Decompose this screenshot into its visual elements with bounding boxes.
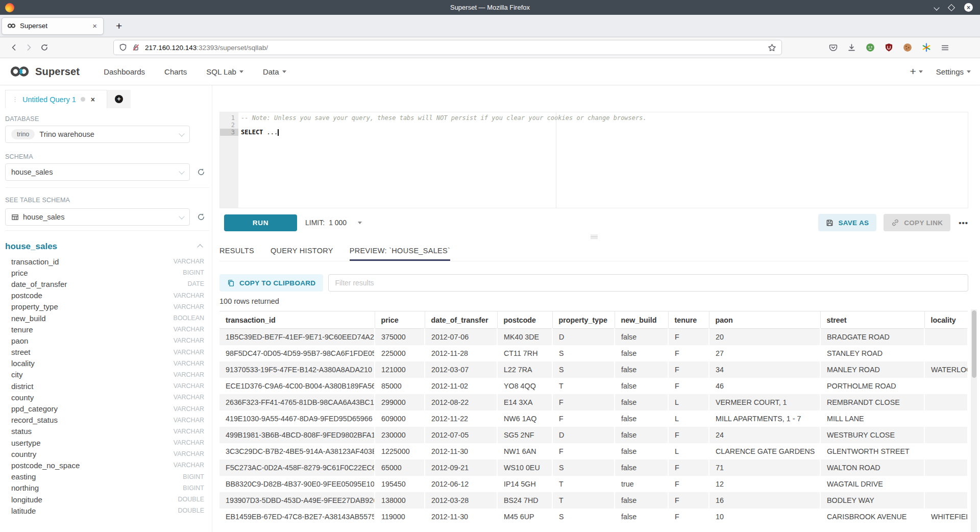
table-cell [924,427,968,443]
nav-item-charts[interactable]: Charts [164,67,187,76]
cookie-icon[interactable] [903,43,912,52]
drag-grip-icon[interactable]: ⋮ [12,95,18,103]
table-cell: F5C273AC-0D2A-458F-8279-9C61F0C22EC6 [219,460,375,476]
column-header-new_build[interactable]: new_build [615,311,668,329]
nav-item-data[interactable]: Data [263,67,286,76]
window-maximize-icon[interactable] [949,3,954,12]
print-margin-line [556,112,556,208]
column-header-tenure[interactable]: tenure [668,311,709,329]
browser-tab-title: Superset [20,22,91,30]
more-actions-button[interactable]: ••• [959,219,968,227]
ublock-origin-icon[interactable] [885,43,893,52]
column-type: VARCHAR [174,360,204,367]
pocket-icon[interactable] [829,43,838,52]
query-tab-active[interactable]: ⋮ Untitled Query 1 × [5,90,107,108]
nav-item-sql-lab[interactable]: SQL Lab [206,67,243,76]
table-cell: 2012-11-30 [425,509,497,525]
divider [5,230,209,231]
column-header-locality[interactable]: locality [924,311,968,329]
superset-brand[interactable]: Superset [9,65,80,78]
filter-results-input[interactable] [328,274,968,292]
table-cell: F [668,378,709,394]
table-cell: NW6 1AQ [497,410,552,427]
privacy-badger-icon[interactable] [866,43,875,52]
add-new-menu[interactable]: + [910,65,923,78]
url-bar[interactable]: 217.160.120.143:32393/superset/sqllab/ [113,40,782,55]
settings-menu[interactable]: Settings [936,67,971,76]
menu-hamburger-icon[interactable] [941,43,949,52]
new-tab-button[interactable]: + [113,20,125,31]
bookmark-star-icon[interactable] [768,43,776,52]
window-close-icon[interactable]: × [964,3,973,12]
window-minimize-icon[interactable] [935,6,939,10]
table-cell: 10 [709,509,820,525]
limit-dropdown[interactable]: LIMIT: 1 000 [305,219,362,227]
url-text[interactable]: 217.160.120.143:32393/superset/sqllab/ [145,44,768,52]
column-header-transaction_id[interactable]: transaction_id [219,311,375,329]
results-tab-preview-house-sales[interactable]: PREVIEW: `HOUSE_SALES` [350,247,450,261]
run-button[interactable]: RUN [224,214,297,231]
table-cell: 2636F323-FF41-4765-81DB-98CAA6A43BC1 [219,394,375,410]
query-tab-title: Untitled Query 1 [22,95,76,104]
browser-tab-close-icon[interactable]: × [91,22,98,30]
table-row: 499B1981-3B6B-4BCD-808F-9FED9802BFA12300… [219,427,968,443]
table-cell: 2012-11-02 [425,378,497,394]
tracking-shield-icon[interactable] [119,43,127,52]
table-cell: S [552,509,615,525]
plus-icon: + [910,65,916,78]
column-name: postcode [11,291,42,300]
browser-tab[interactable]: Superset × [2,17,104,35]
forward-icon[interactable] [21,40,37,55]
save-as-button[interactable]: SAVE AS [818,214,876,231]
column-header-price[interactable]: price [375,311,425,329]
download-icon[interactable] [847,43,856,52]
nav-menu: DashboardsChartsSQL LabData [94,67,296,76]
schema-column-row: localityVARCHAR [5,358,204,369]
column-type: BOOLEAN [174,315,204,322]
sql-keyword: SELECT [241,129,263,136]
table-schema-header[interactable]: house_sales [5,241,204,252]
refresh-tables-icon[interactable] [197,213,205,221]
table-cell: false [615,427,668,443]
sql-editor[interactable]: 123 -- Note: Unless you save your query,… [219,112,968,208]
add-query-tab-button[interactable]: + [107,90,131,108]
collapse-chevron-up-icon[interactable] [198,242,202,251]
back-icon[interactable] [6,40,21,55]
table-cell [924,476,968,492]
reload-icon[interactable] [37,40,52,55]
column-name: easting [11,472,36,481]
table-cell: 2012-11-30 [425,443,497,460]
column-name: transaction_id [11,257,59,266]
schema-column-row: statusVARCHAR [5,426,204,437]
editor-code-area[interactable]: -- Note: Unless you save your query, the… [238,112,968,208]
schema-select[interactable]: house_sales [5,163,190,181]
column-header-paon[interactable]: paon [709,311,820,329]
column-header-postcode[interactable]: postcode [497,311,552,329]
copy-link-button[interactable]: COPY LINK [884,214,950,231]
column-header-street[interactable]: street [820,311,924,329]
column-name: county [11,393,34,402]
refresh-schemas-icon[interactable] [197,168,205,176]
column-header-date_of_transfer[interactable]: date_of_transfer [425,311,497,329]
table-row: 2636F323-FF41-4765-81DB-98CAA6A43BC12990… [219,394,968,410]
results-tab-query-history[interactable]: QUERY HISTORY [271,247,333,261]
query-tab-close-icon[interactable]: × [91,95,95,104]
table-cell: 24 [709,427,820,443]
database-select[interactable]: trino Trino warehouse [5,126,190,143]
copy-to-clipboard-button[interactable]: COPY TO CLIPBOARD [219,274,323,292]
table-cell [924,345,968,361]
table-cell: 2012-06-12 [425,476,497,492]
table-select[interactable]: house_sales [5,208,190,226]
results-scrollbar[interactable] [971,309,977,532]
column-header-property_type[interactable]: property_type [552,311,615,329]
table-cell [924,443,968,460]
table-cell: BODLEY WAY [820,492,924,509]
insecure-lock-icon[interactable] [132,43,140,52]
table-cell: 419E1030-9A55-4467-8DA9-9FED95D65966 [219,410,375,427]
pane-splitter-handle[interactable] [219,234,968,240]
nav-item-dashboards[interactable]: Dashboards [104,67,145,76]
scrollbar-thumb[interactable] [972,310,976,378]
extension-asterisk-icon[interactable] [922,43,931,52]
results-tab-results[interactable]: RESULTS [219,247,254,261]
table-cell: L [668,443,709,460]
